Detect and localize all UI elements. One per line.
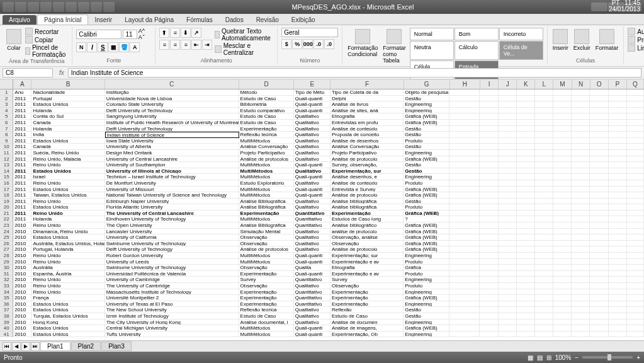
row-header[interactable]: 21 [0,210,13,217]
cell[interactable] [480,271,498,277]
cell[interactable]: Análise bibliográfica [330,204,404,210]
style-neutra[interactable]: Neutra [410,41,454,60]
cell[interactable] [449,271,480,277]
cell[interactable] [553,259,572,265]
cell[interactable] [517,320,535,326]
sheet-tab-plan3[interactable]: Plan3 [101,342,132,351]
style-celvin[interactable]: Célula de Ve... [499,41,543,60]
cell[interactable]: Engineering [404,174,449,180]
cell[interactable]: MultiMétodos [239,253,294,259]
cell[interactable]: Florida Atlantic University [105,204,239,210]
cell[interactable] [572,168,590,175]
cell[interactable] [480,216,498,222]
cell[interactable]: Reino Unido [31,162,105,168]
cell[interactable] [627,120,644,126]
cell[interactable] [499,138,517,144]
cell[interactable]: MultiMétodos [239,162,294,168]
cell[interactable] [590,283,608,289]
cell[interactable]: Gráfica (WEB) [404,156,449,163]
cell[interactable] [609,307,627,313]
cell[interactable]: 2011 [13,210,31,217]
cell[interactable] [517,216,535,222]
cell[interactable]: Gráfica (WEB) [404,120,449,126]
cell[interactable]: 2011 [13,187,31,193]
minimize-button[interactable] [591,3,607,11]
row-header[interactable]: 14 [0,168,13,175]
row-header[interactable]: 27 [0,246,13,253]
cell[interactable]: MultiMétodos [239,168,294,175]
cell[interactable] [517,331,535,338]
format-cells-button[interactable]: Formatar [594,28,620,52]
cell[interactable] [609,325,627,331]
cell[interactable] [449,289,480,296]
cell[interactable]: Experimentação [239,271,294,277]
cell[interactable] [480,265,498,271]
cell[interactable] [609,113,627,120]
cell[interactable] [499,253,517,259]
qat-icon[interactable] [40,2,52,12]
cell[interactable] [499,234,517,241]
cell[interactable] [480,108,498,114]
cell[interactable] [590,180,608,187]
cell[interactable]: Observação [330,241,404,247]
cell[interactable] [499,325,517,331]
cell[interactable] [572,246,590,253]
row-header[interactable]: 40 [0,325,13,331]
row-header[interactable]: 31 [0,271,13,277]
cell[interactable] [553,234,572,241]
cell[interactable]: Quali-quanti [294,162,330,168]
column-header[interactable]: O [590,79,609,89]
cell[interactable] [590,265,608,271]
cell[interactable] [627,277,644,283]
cell[interactable]: 2011 [13,108,31,114]
cell[interactable]: Quali-quanti [294,187,330,193]
cell[interactable] [480,259,498,265]
cell[interactable]: Espanha, Áustria [31,271,105,277]
cell[interactable] [535,222,553,229]
cell[interactable] [609,150,627,156]
cell[interactable] [553,210,572,217]
row-header[interactable]: 19 [0,199,13,205]
cell[interactable]: Estados Unidos [31,168,105,175]
cell[interactable] [553,241,572,247]
cell[interactable] [535,101,553,108]
cell[interactable] [449,313,480,320]
cell[interactable]: Qualitativo [294,113,330,120]
cell[interactable] [535,289,553,296]
cell[interactable] [627,241,644,247]
cell[interactable] [590,108,608,114]
cell[interactable] [572,199,590,205]
cell[interactable]: Gráfica [404,265,449,271]
cell[interactable]: Quantitativo [294,289,330,296]
cell[interactable] [480,120,498,126]
cell[interactable] [535,277,553,283]
sheet-tab-plan2[interactable]: Plan2 [71,342,101,351]
cell[interactable] [535,150,553,156]
cell[interactable]: Massachusetts Institute of Technology [105,289,239,296]
cell[interactable] [449,162,480,168]
cell[interactable]: University of Illinois at Chicago [105,168,239,175]
cell[interactable]: Qualitativo [294,199,330,205]
cell[interactable] [553,265,572,271]
cell[interactable] [449,241,480,247]
cell[interactable] [535,253,553,259]
cell[interactable]: Quantitativo [294,222,330,229]
cell[interactable]: Dinamarca, Reino Unido [31,229,105,235]
cell[interactable]: MultiMétodos [239,259,294,265]
row-header[interactable]: 8 [0,132,13,138]
cell[interactable]: Engineering [404,150,449,156]
column-header[interactable]: H [450,79,480,89]
cell[interactable]: MultiMétodos [239,331,294,338]
cell[interactable]: 2011 [13,126,31,132]
row-header[interactable]: 25 [0,234,13,241]
cell[interactable] [449,89,480,96]
cell[interactable] [609,301,627,308]
cell[interactable] [480,132,498,138]
cell[interactable]: 2011 [13,174,31,180]
cell[interactable] [553,277,572,283]
cell[interactable] [609,199,627,205]
row-header[interactable]: 1 [0,89,13,96]
cell[interactable]: Produto [404,259,449,265]
cell[interactable] [609,126,627,132]
cell[interactable]: Survey [330,277,404,283]
